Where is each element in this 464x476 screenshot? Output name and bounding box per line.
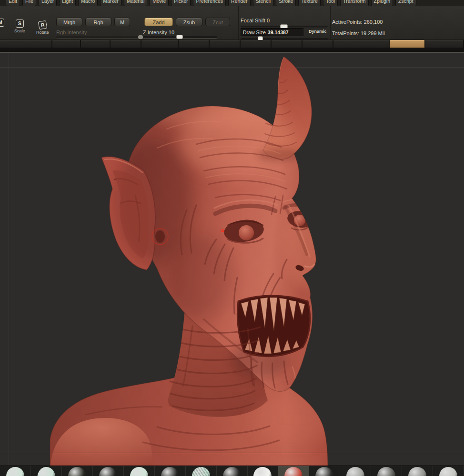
divider-segment[interactable] (333, 40, 390, 48)
draw-size-value: 39.14387 (268, 30, 289, 35)
material-thumb-1[interactable] (31, 466, 62, 476)
material-thumb-4[interactable] (124, 466, 155, 476)
brush-cursor (221, 229, 224, 232)
material-sphere (6, 467, 24, 476)
z-intensity-value: 10 (169, 30, 174, 35)
divider-segment[interactable] (272, 40, 303, 48)
menu-item-texture[interactable]: Texture (298, 0, 320, 6)
divider-segment-active[interactable] (390, 40, 425, 48)
mrgb-button[interactable]: Mrgb (56, 18, 82, 26)
material-sphere (99, 467, 117, 476)
active-points-stat: ActivePoints: 260,100 (332, 19, 383, 25)
z-intensity-slider-label: Z Intensity 10 (143, 30, 174, 35)
canvas-guide-bottom (0, 453, 464, 453)
scale-label: Scale (14, 29, 25, 33)
rotate-button[interactable]: R Rotate (36, 21, 49, 35)
menu-item-tool[interactable]: Tool (323, 0, 338, 6)
menu-item-marker[interactable]: Marker (100, 0, 121, 6)
toolbar-separator (238, 6, 239, 40)
divider-underlay (0, 48, 464, 52)
m-button[interactable]: M (114, 18, 130, 26)
scale-button[interactable]: S Scale (14, 20, 25, 33)
divider-segment[interactable] (303, 40, 333, 48)
divider-segment[interactable] (111, 40, 141, 48)
mouth (238, 296, 310, 357)
top-toolbar: M S Scale R Rotate Mrgb Rgb M Zadd Zsub … (0, 6, 464, 40)
divider-segment[interactable] (425, 40, 464, 48)
dynamic-toggle[interactable]: Dynamic (309, 29, 327, 34)
divider-bar (0, 40, 464, 48)
material-sphere (315, 467, 333, 476)
focal-shift-slider-label: Focal Shift 0 (241, 18, 270, 23)
draw-size-slider[interactable]: Draw Size39.14387 (241, 28, 303, 36)
toolbar-separator (330, 6, 331, 40)
material-sphere (192, 467, 210, 476)
rotate-label: Rotate (36, 30, 49, 35)
material-sphere (253, 467, 272, 476)
divider-segment[interactable] (0, 40, 52, 48)
menu-item-file[interactable]: File (22, 0, 36, 6)
material-thumb-8[interactable] (248, 466, 279, 476)
divider-segment[interactable] (210, 40, 241, 48)
material-thumb-2[interactable] (62, 466, 93, 476)
menu-item-stencil[interactable]: Stencil (253, 0, 274, 6)
material-thumb-12[interactable] (371, 466, 402, 476)
material-sphere (408, 467, 426, 476)
material-thumb-7[interactable] (217, 466, 248, 476)
rgb-intensity-slider-label: Rgb Intensity (56, 30, 87, 35)
material-thumb-3[interactable] (93, 466, 124, 476)
menu-item-light[interactable]: Light (59, 0, 76, 6)
material-thumb-13[interactable] (402, 466, 433, 476)
divider-segment[interactable] (241, 40, 272, 48)
zadd-button[interactable]: Zadd (144, 18, 173, 26)
menu-item-macro[interactable]: Macro (78, 0, 98, 6)
menu-item-transform[interactable]: Transform (340, 0, 368, 6)
material-tray (0, 466, 464, 476)
material-thumb-0[interactable] (0, 466, 31, 476)
menu-item-movie[interactable]: Movie (150, 0, 169, 6)
material-sphere (36, 466, 56, 476)
ear-hole (155, 230, 165, 243)
sculpt-demon-bust[interactable] (0, 53, 464, 466)
rgb-intensity-handle[interactable] (138, 35, 143, 39)
focal-shift-value: 0 (267, 18, 270, 23)
zcut-button[interactable]: Zcut (205, 18, 230, 26)
material-thumb-14[interactable] (433, 466, 464, 476)
menu-bar: EditFileLayerLightMacroMarkerMaterialMov… (0, 0, 464, 6)
divider-segment[interactable] (179, 40, 210, 48)
material-sphere (346, 467, 364, 476)
material-sphere (377, 467, 395, 476)
total-points-stat: TotalPoints: 19.299 Mil (332, 30, 385, 36)
material-thumb-6[interactable] (186, 466, 217, 476)
material-sphere (68, 467, 86, 476)
menu-item-stroke[interactable]: Stroke (276, 0, 296, 6)
material-sphere (439, 467, 457, 476)
zsub-button[interactable]: Zsub (176, 18, 202, 26)
z-intensity-handle[interactable] (176, 35, 183, 39)
material-sphere (223, 467, 241, 476)
move-icon: M (0, 19, 4, 27)
rotate-icon: R (38, 20, 47, 30)
material-thumb-5[interactable] (155, 466, 186, 476)
menu-item-preferences[interactable]: Preferences (193, 0, 226, 6)
menu-item-material[interactable]: Material (124, 0, 147, 6)
divider-segment[interactable] (52, 40, 81, 48)
material-thumb-10[interactable] (309, 466, 340, 476)
menu-item-edit[interactable]: Edit (6, 0, 20, 6)
menu-item-render[interactable]: Render (228, 0, 250, 6)
material-sphere (130, 467, 148, 476)
divider-segment[interactable] (81, 40, 111, 48)
material-sphere (284, 467, 303, 476)
scale-icon: S (16, 20, 24, 28)
menu-item-zplugin[interactable]: Zplugin (371, 0, 393, 6)
draw-size-label: Draw Size (243, 30, 266, 35)
material-thumb-selected[interactable] (278, 466, 309, 476)
menu-item-zscript[interactable]: Zscript (395, 0, 416, 6)
rgb-intensity-slider[interactable] (56, 36, 141, 39)
move-button[interactable]: M (0, 19, 4, 27)
rgb-button[interactable]: Rgb (85, 18, 111, 26)
menu-item-layer[interactable]: Layer (39, 0, 57, 6)
divider-segment[interactable] (141, 40, 179, 48)
menu-item-picker[interactable]: Picker (171, 0, 191, 6)
material-thumb-11[interactable] (340, 466, 371, 476)
